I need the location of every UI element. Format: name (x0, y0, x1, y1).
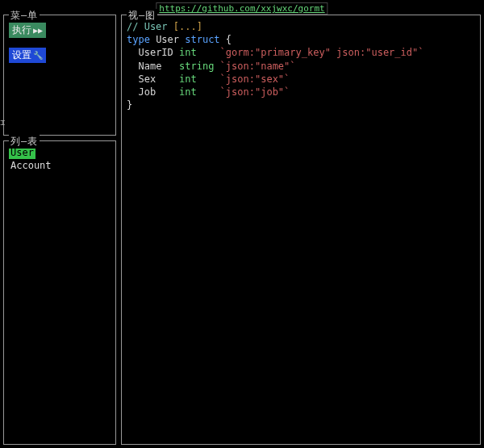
menu-panel: 菜—单 执行 ▶▶ 设置 🔧 (3, 15, 116, 136)
wrench-icon: 🔧 (33, 52, 43, 60)
list-panel-title: 列—表 (9, 135, 40, 149)
list-panel: 列—表 UserAccount (3, 140, 116, 445)
list-item[interactable]: Account (9, 159, 111, 172)
view-panel: 视—图 // User [...]type User struct { User… (121, 15, 481, 445)
run-button[interactable]: 执行 ▶▶ (9, 23, 46, 38)
menu-panel-title: 菜—单 (9, 9, 40, 23)
view-panel-title: 视—图 (127, 9, 157, 23)
settings-button[interactable]: 设置 🔧 (9, 48, 46, 63)
list-container: UserAccount (9, 146, 111, 172)
cursor-mark-icon: ⌶ (0, 118, 5, 127)
code-block: // User [...]type User struct { UserID i… (127, 20, 475, 111)
run-button-label: 执行 (12, 23, 31, 37)
repo-url-link[interactable]: https://github.com/xxjwxc/gormt (156, 2, 328, 15)
play-icon: ▶▶ (33, 27, 43, 35)
settings-button-label: 设置 (12, 48, 31, 62)
